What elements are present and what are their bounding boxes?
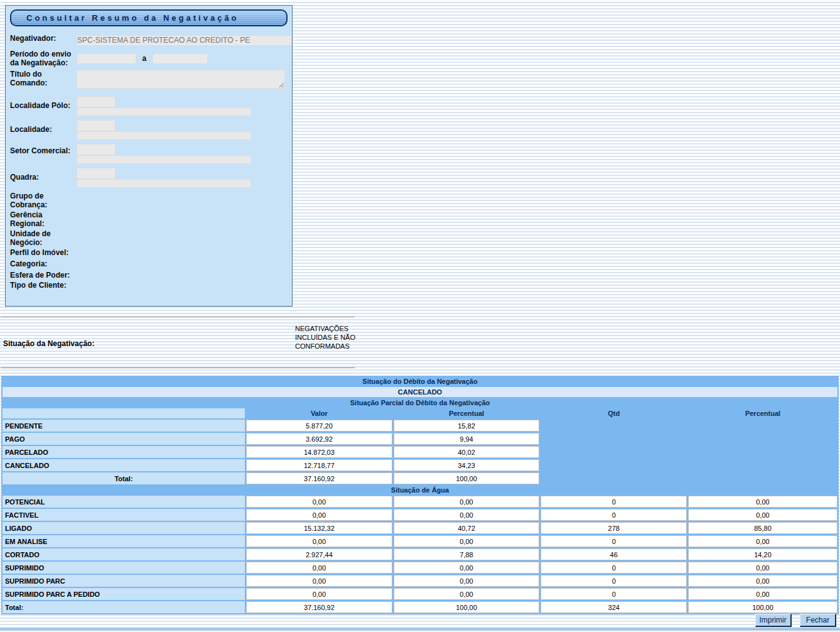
table-row: PAGO 3.692,92 9,94	[3, 433, 837, 445]
qtd-cell: 0	[541, 588, 687, 600]
row-label: SUPRIMIDO PARC A PEDIDO	[3, 588, 245, 600]
qtd-cell: 324	[541, 601, 687, 613]
qtd-cell: 46	[541, 548, 687, 560]
qtd-cell: 278	[541, 522, 687, 534]
percentual-cell: 40,72	[394, 522, 540, 534]
localidade-label: Localidade:	[10, 120, 77, 134]
table-columns-row: Valor Percentual Qtd Percentual	[3, 408, 837, 418]
table-band-row: Situação do Débito da Negativação	[3, 377, 837, 386]
setor-comercial-code-input[interactable]	[77, 144, 116, 155]
buttons-bar: Imprimir Fechar	[0, 614, 836, 627]
percentual-cell: 34,23	[394, 459, 540, 471]
valor-cell: 3.692,92	[246, 433, 392, 445]
fechar-button[interactable]: Fechar	[800, 614, 836, 627]
qtd-cell: 0	[541, 535, 687, 547]
situacao-negativacao-value: NEGATIVAÇÕES INCLUÍDAS E NÃO CONFORMADAS	[295, 324, 358, 351]
valor-cell: 37.160,92	[246, 601, 392, 613]
valor-cell: 5.877,20	[246, 420, 392, 432]
row-perfil-imovel: Perfil do Imóvel:	[6, 248, 292, 257]
localidade-name-input[interactable]	[77, 131, 251, 140]
negativador-label: Negativador:	[10, 34, 77, 43]
divider-bottom	[1, 368, 355, 368]
percentual-cell: 100,00	[394, 601, 540, 613]
gerencia-regional-label: Gerência Regional:	[10, 210, 77, 228]
valor-cell: 0,00	[246, 509, 392, 521]
qtd-percentual-cell: 0,00	[688, 562, 837, 574]
row-label: CANCELADO	[3, 459, 245, 471]
row-esfera-poder: Esfera de Poder:	[6, 271, 292, 280]
valor-cell: 15.132,32	[246, 522, 392, 534]
valor-cell: 0,00	[246, 575, 392, 587]
table-total-row: Total: 37.160,92 100,00	[3, 472, 837, 484]
empty-cell	[541, 433, 837, 445]
debito-section-header: Situação do Débito da Negativação	[3, 377, 837, 386]
column-header-percentual: Percentual	[394, 408, 540, 418]
periodo-separator: a	[142, 54, 146, 63]
percentual-cell: 40,02	[394, 446, 540, 458]
valor-cell: 2.927,44	[246, 548, 392, 560]
valor-cell: 0,00	[246, 535, 392, 547]
titulo-comando-textarea[interactable]	[77, 70, 285, 89]
valor-cell: 14.872,03	[246, 446, 392, 458]
row-unidade-negocio: Unidade de Negócio:	[6, 229, 292, 247]
row-gerencia-regional: Gerência Regional:	[6, 210, 292, 228]
qtd-percentual-cell: 0,00	[688, 535, 837, 547]
table-row: LIGADO 15.132,32 40,72 278 85,80	[3, 522, 837, 534]
titulo-comando-label: Título do Comando:	[10, 70, 77, 87]
form-title-bar: Consultar Resumo da Negativação	[10, 9, 288, 26]
negativador-input[interactable]	[77, 35, 292, 46]
valor-cell: 0,00	[246, 496, 392, 508]
quadra-name-input[interactable]	[77, 179, 251, 188]
qtd-cell: 0	[541, 562, 687, 574]
table-band-row: Situação Parcial do Débito da Negativaçã…	[3, 398, 837, 407]
row-label: SUPRIMIDO PARC	[3, 575, 245, 587]
parcial-section-header: Situação Parcial do Débito da Negativaçã…	[3, 398, 837, 407]
row-setor-comercial: Setor Comercial:	[6, 144, 292, 164]
grupo-cobranca-label: Grupo de Cobrança:	[10, 192, 77, 209]
table-row: PENDENTE 5.877,20 15,82	[3, 420, 837, 432]
percentual-cell: 0,00	[394, 588, 540, 600]
percentual-cell: 0,00	[394, 535, 540, 547]
divider-top	[1, 317, 355, 317]
valor-cell: 0,00	[246, 588, 392, 600]
percentual-cell: 0,00	[394, 562, 540, 574]
row-label: PARCELADO	[3, 446, 245, 458]
qtd-percentual-cell: 0,00	[688, 588, 837, 600]
periodo-label: Período do envio da Negativação:	[10, 50, 77, 67]
qtd-percentual-cell: 0,00	[688, 575, 837, 587]
table-row: CORTADO 2.927,44 7,88 46 14,20	[3, 548, 837, 560]
table-row: EM ANALISE 0,00 0,00 0 0,00	[3, 535, 837, 547]
table-row: POTENCIAL 0,00 0,00 0 0,00	[3, 496, 837, 508]
valor-cell: 0,00	[246, 562, 392, 574]
consultar-resumo-form: Consultar Resumo da Negativação Negativa…	[5, 5, 293, 307]
column-header-qtd: Qtd	[541, 408, 687, 418]
row-label: FACTIVEL	[3, 509, 245, 521]
setor-comercial-name-input[interactable]	[77, 155, 251, 164]
percentual-cell: 9,94	[394, 433, 540, 445]
percentual-cell: 0,00	[394, 575, 540, 587]
table-row: SUPRIMIDO 0,00 0,00 0 0,00	[3, 562, 837, 574]
percentual-cell: 0,00	[394, 496, 540, 508]
qtd-cell: 0	[541, 575, 687, 587]
qtd-percentual-cell: 85,80	[688, 522, 837, 534]
localidade-polo-code-input[interactable]	[77, 96, 116, 107]
periodo-from-input[interactable]	[77, 53, 136, 64]
percentual-cell: 0,00	[394, 509, 540, 521]
agua-section-header: Situação de Água	[3, 486, 837, 494]
imprimir-button[interactable]: Imprimir	[755, 614, 792, 627]
esfera-poder-label: Esfera de Poder:	[10, 271, 77, 280]
table-row: SUPRIMIDO PARC 0,00 0,00 0 0,00	[3, 575, 837, 587]
table-row: SUPRIMIDO PARC A PEDIDO 0,00 0,00 0 0,00	[3, 588, 837, 600]
empty-cell	[541, 459, 837, 471]
periodo-to-input[interactable]	[153, 53, 208, 64]
qtd-percentual-cell: 0,00	[688, 509, 837, 521]
table-band-row: Situação de Água	[3, 486, 837, 494]
localidade-code-input[interactable]	[77, 120, 116, 131]
row-titulo-comando: Título do Comando:	[6, 70, 292, 91]
empty-cell	[541, 472, 837, 484]
unidade-negocio-label: Unidade de Negócio:	[10, 229, 77, 247]
quadra-code-input[interactable]	[77, 168, 116, 179]
tipo-cliente-label: Tipo de Cliente:	[10, 281, 77, 290]
localidade-polo-name-input[interactable]	[77, 107, 251, 116]
row-label: EM ANALISE	[3, 535, 245, 547]
